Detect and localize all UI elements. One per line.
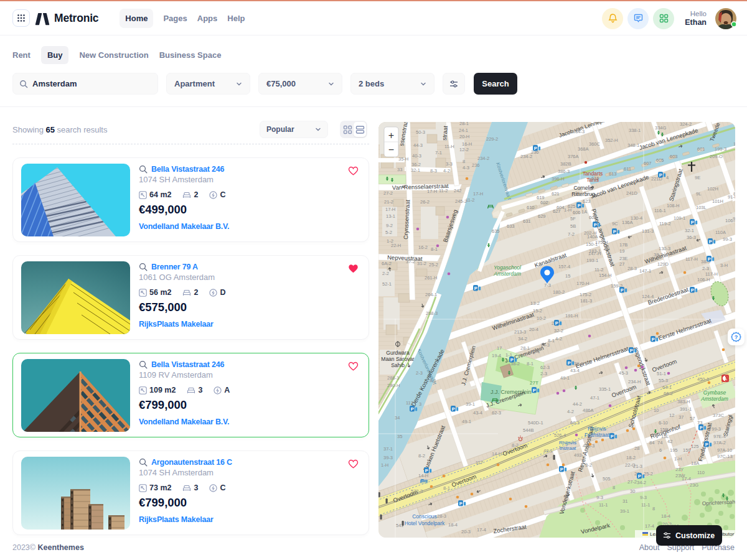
svg-text:97A-2: 97A-2 — [713, 440, 726, 446]
svg-text:117: 117 — [406, 400, 413, 406]
svg-text:1-H: 1-H — [381, 462, 388, 468]
svg-text:14-H: 14-H — [418, 473, 428, 478]
svg-text:35-H: 35-H — [398, 156, 408, 162]
svg-text:32-1: 32-1 — [685, 228, 694, 233]
svg-text:6A-2: 6A-2 — [382, 261, 392, 266]
svg-text:Feithstraat: Feithstraat — [585, 432, 610, 438]
svg-text:33: 33 — [397, 167, 402, 172]
svg-text:335-1: 335-1 — [599, 386, 611, 392]
svg-text:51-1: 51-1 — [657, 371, 666, 376]
svg-text:175-2: 175-2 — [580, 292, 591, 297]
svg-text:110A: 110A — [715, 230, 726, 235]
svg-text:P: P — [533, 388, 536, 393]
svg-text:thstraat: thstraat — [560, 446, 576, 451]
svg-text:229-2: 229-2 — [486, 136, 498, 142]
svg-text:27-2: 27-2 — [383, 190, 393, 196]
svg-text:99-3: 99-3 — [723, 236, 732, 242]
svg-text:348-1: 348-1 — [627, 142, 639, 148]
svg-text:130-3: 130-3 — [659, 246, 670, 251]
svg-text:8-2: 8-2 — [418, 453, 425, 459]
svg-text:Amsterdam: Amsterdam — [493, 271, 520, 277]
svg-text:P: P — [709, 239, 712, 245]
svg-text:17-4: 17-4 — [477, 527, 486, 533]
svg-text:623: 623 — [583, 198, 591, 204]
svg-text:99-3: 99-3 — [712, 426, 721, 432]
svg-text:8: 8 — [463, 159, 465, 164]
svg-text:24-1: 24-1 — [459, 128, 468, 133]
svg-text:20-4: 20-4 — [529, 327, 538, 332]
svg-text:62-3: 62-3 — [540, 365, 550, 370]
svg-text:631: 631 — [523, 218, 531, 224]
svg-text:603: 603 — [670, 154, 678, 159]
svg-text:Hotel Vondelpark: Hotel Vondelpark — [405, 520, 445, 526]
svg-text:P: P — [700, 425, 703, 431]
svg-text:42: 42 — [667, 439, 672, 444]
svg-text:37-1: 37-1 — [383, 446, 393, 452]
svg-text:611: 611 — [624, 166, 631, 172]
svg-text:9-3: 9-3 — [596, 495, 603, 500]
svg-text:5F: 5F — [570, 216, 576, 222]
svg-text:4-2: 4-2 — [443, 168, 450, 174]
svg-text:234-2: 234-2 — [477, 156, 489, 161]
svg-text:106-H: 106-H — [697, 277, 710, 282]
svg-text:124-4: 124-4 — [642, 294, 654, 299]
svg-text:39-1: 39-1 — [620, 508, 629, 514]
svg-text:18-4: 18-4 — [448, 522, 458, 528]
svg-text:34-2: 34-2 — [637, 480, 646, 485]
svg-text:6-10: 6-10 — [659, 420, 668, 426]
svg-text:18-4: 18-4 — [661, 513, 670, 519]
svg-text:+: + — [388, 130, 394, 141]
svg-text:3-H: 3-H — [720, 263, 728, 268]
svg-text:64-1: 64-1 — [662, 385, 672, 390]
svg-text:P: P — [555, 320, 558, 326]
svg-text:234-H: 234-H — [628, 379, 641, 385]
svg-text:P: P — [691, 287, 694, 293]
svg-text:16-H: 16-H — [462, 141, 472, 147]
svg-text:17B: 17B — [619, 242, 627, 248]
svg-text:213-3: 213-3 — [514, 329, 526, 335]
svg-text:368A: 368A — [578, 146, 589, 152]
svg-text:38-3: 38-3 — [654, 252, 663, 258]
svg-text:Gymbase: Gymbase — [703, 390, 726, 396]
svg-text:130-4: 130-4 — [631, 215, 642, 221]
svg-text:Sahib: Sahib — [391, 362, 405, 368]
svg-text:505: 505 — [603, 476, 611, 482]
svg-text:P: P — [459, 501, 463, 506]
svg-text:16-2: 16-2 — [418, 245, 428, 250]
svg-text:straat: straat — [441, 125, 449, 141]
svg-text:1A: 1A — [581, 209, 587, 215]
svg-text:117-H: 117-H — [705, 271, 718, 277]
svg-text:P: P — [638, 474, 641, 479]
svg-text:P: P — [510, 357, 514, 363]
svg-text:P: P — [452, 406, 455, 412]
svg-text:493-1: 493-1 — [574, 452, 586, 458]
svg-text:31-2: 31-2 — [417, 261, 426, 266]
svg-text:376A: 376A — [568, 154, 579, 159]
svg-text:621: 621 — [552, 191, 560, 197]
svg-text:391-1: 391-1 — [680, 406, 692, 412]
svg-text:157-4: 157-4 — [558, 264, 570, 269]
svg-text:39-1: 39-1 — [574, 361, 583, 366]
svg-text:8-1: 8-1 — [430, 378, 436, 383]
svg-text:635: 635 — [492, 228, 500, 234]
svg-text:17-H: 17-H — [385, 207, 395, 212]
svg-text:386-3: 386-3 — [558, 169, 570, 174]
svg-text:7-3: 7-3 — [544, 282, 551, 288]
svg-text:8-3: 8-3 — [430, 168, 437, 174]
svg-text:15R: 15R — [660, 427, 669, 432]
svg-text:11-2: 11-2 — [594, 267, 603, 273]
svg-text:3-2: 3-2 — [585, 462, 592, 468]
svg-text:12-2: 12-2 — [459, 147, 469, 152]
svg-text:191: 191 — [733, 141, 735, 147]
svg-text:Gurdwara: Gurdwara — [386, 350, 410, 356]
svg-text:544B: 544B — [523, 427, 534, 433]
svg-text:125: 125 — [691, 444, 699, 449]
svg-text:P: P — [594, 222, 597, 228]
svg-text:18-2: 18-2 — [626, 455, 636, 460]
svg-text:193-1: 193-1 — [586, 258, 598, 263]
svg-text:23G: 23G — [690, 482, 698, 488]
svg-text:28-1: 28-1 — [520, 345, 530, 351]
svg-text:629: 629 — [538, 213, 546, 219]
svg-text:P: P — [613, 229, 616, 235]
svg-text:19-4: 19-4 — [492, 353, 501, 358]
